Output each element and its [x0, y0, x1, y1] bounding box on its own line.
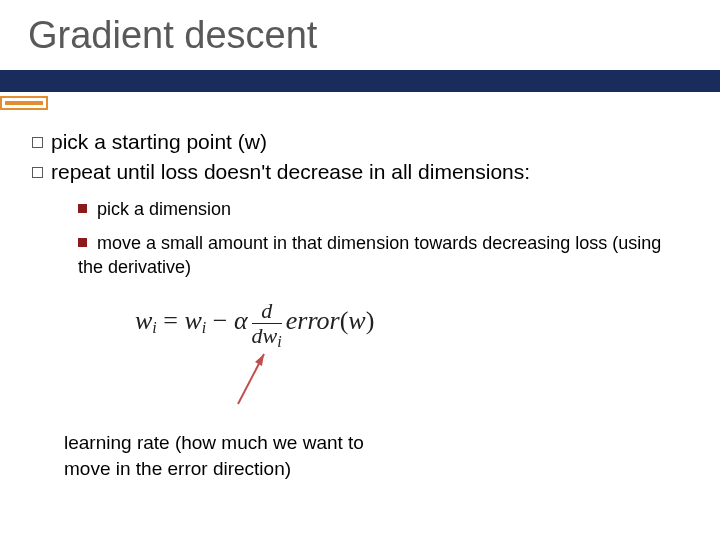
formula-paren-close: ) — [366, 306, 375, 335]
accent-chip-fill — [5, 101, 43, 105]
formula-lhs-var: w — [135, 306, 152, 335]
formula-error-fn: error — [286, 306, 340, 335]
formula-alpha: α — [234, 306, 248, 335]
square-bullet-icon — [78, 204, 87, 213]
formula: wi = wi − αddwierror(w) — [135, 300, 374, 350]
checkbox-icon — [32, 167, 43, 178]
bullet-text: move a small amount in that dimension to… — [78, 233, 661, 277]
svg-line-0 — [238, 354, 264, 404]
checkbox-icon — [32, 137, 43, 148]
svg-marker-1 — [255, 354, 264, 366]
square-bullet-icon — [78, 238, 87, 247]
accent-bar — [0, 70, 720, 92]
bullet-l2: move a small amount in that dimension to… — [78, 231, 700, 280]
formula-frac-num: d — [252, 300, 282, 324]
formula-error-arg: w — [348, 306, 365, 335]
bullet-text: repeat until loss doesn't decrease in al… — [51, 160, 530, 183]
body-area: pick a starting point (w) repeat until l… — [32, 128, 700, 280]
slide: Gradient descent pick a starting point (… — [0, 0, 720, 540]
bullet-l1: pick a starting point (w) — [32, 128, 700, 156]
formula-eq: = — [157, 306, 185, 335]
footnote-text: learning rate (how much we want to move … — [64, 430, 404, 481]
bullet-l1: repeat until loss doesn't decrease in al… — [32, 158, 700, 186]
arrow-icon — [234, 348, 274, 408]
formula-rhs-var: w — [184, 306, 201, 335]
formula-fraction: ddwi — [252, 300, 282, 350]
formula-frac-den: dwi — [252, 324, 282, 350]
bullet-text: pick a starting point (w) — [51, 130, 267, 153]
bullet-l2: pick a dimension — [78, 197, 700, 221]
formula-minus: − — [206, 306, 234, 335]
bullet-text: pick a dimension — [97, 199, 231, 219]
slide-title: Gradient descent — [28, 14, 317, 57]
